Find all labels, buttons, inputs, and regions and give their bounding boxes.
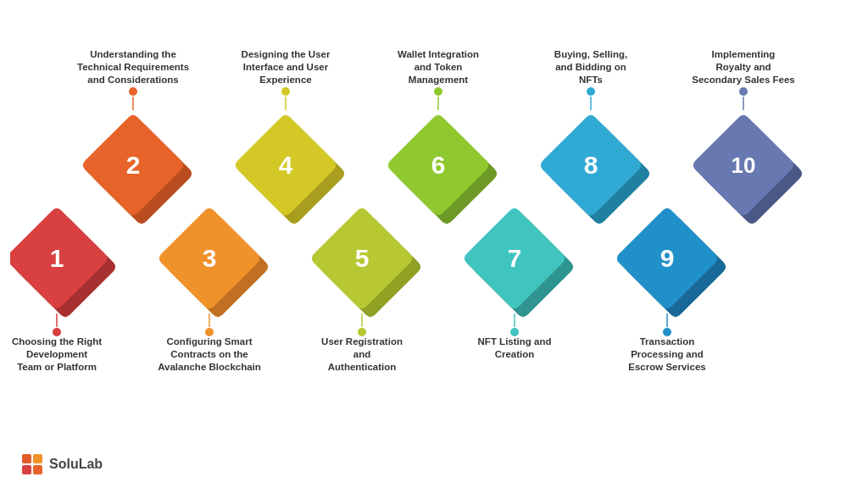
svg-rect-1 bbox=[33, 454, 42, 463]
diagram-canvas bbox=[10, 25, 858, 432]
svg-rect-3 bbox=[33, 465, 42, 474]
logo-area: SoluLab bbox=[20, 452, 103, 476]
svg-rect-2 bbox=[22, 465, 31, 474]
svg-rect-0 bbox=[22, 454, 31, 463]
main-container: SoluLab bbox=[0, 0, 868, 488]
solulab-logo-icon bbox=[20, 452, 44, 476]
logo-text: SoluLab bbox=[49, 457, 103, 472]
